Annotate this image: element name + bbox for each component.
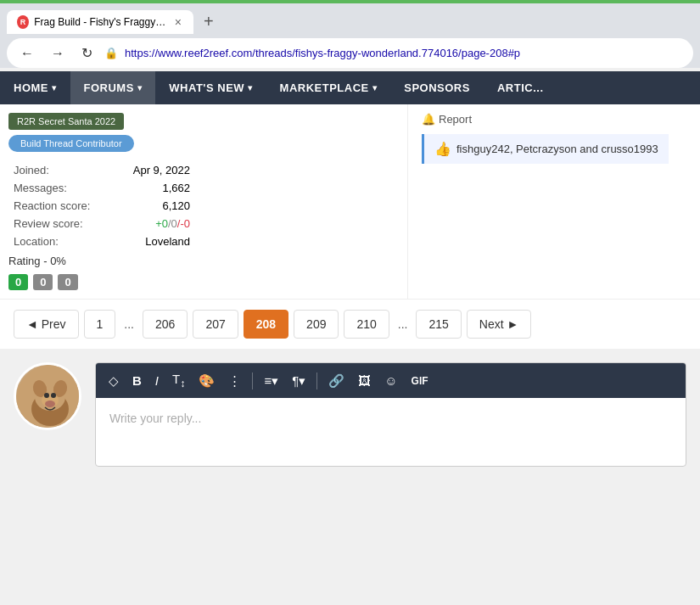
tab-close-button[interactable]: × xyxy=(173,15,183,29)
nav-whats-new[interactable]: WHAT'S NEW ▾ xyxy=(155,71,266,104)
nav-sponsors[interactable]: SPONSORS xyxy=(390,71,484,104)
nav-articles[interactable]: ARTIC... xyxy=(484,71,557,104)
lock-icon: 🔒 xyxy=(104,47,118,59)
review-value: +0/0/-0 xyxy=(115,216,193,232)
toolbar-separator-2 xyxy=(316,373,317,389)
likes-text: fishguy242, Petcrazyson and crusso1993 xyxy=(456,143,658,155)
svg-point-6 xyxy=(44,393,49,398)
joined-label: Joined: xyxy=(10,162,113,178)
post-content-area: 🔔 Report 👍 fishguy242, Petcrazyson and c… xyxy=(407,104,682,299)
tab-favicon: R xyxy=(17,15,29,29)
eraser-button[interactable]: ◇ xyxy=(103,370,125,392)
page-209[interactable]: 209 xyxy=(294,310,339,339)
nav-home[interactable]: HOME ▾ xyxy=(0,71,70,104)
dots-2: ... xyxy=(395,311,412,338)
active-tab[interactable]: R Frag Build - Fishy's Fraggy Wond × xyxy=(7,10,193,34)
messages-value: 1,662 xyxy=(115,180,193,196)
reaction-value: 6,120 xyxy=(115,198,193,214)
review-negative: /-0 xyxy=(177,217,190,230)
like-icon: 👍 xyxy=(434,141,451,157)
user-avatar xyxy=(14,362,81,430)
review-positive: +0 xyxy=(155,217,168,230)
paragraph-button[interactable]: ¶▾ xyxy=(286,370,311,392)
pagination-bar: ◄ Prev 1 ... 206 207 208 209 210 ... 215… xyxy=(0,299,700,349)
text-size-button[interactable]: T↕ xyxy=(166,368,191,393)
review-neutral: /0 xyxy=(168,217,177,230)
report-link[interactable]: 🔔 Report xyxy=(422,113,669,126)
gif-button[interactable]: GIF xyxy=(406,372,434,390)
avatar-svg xyxy=(16,365,81,430)
emoji-button[interactable]: ☺ xyxy=(378,370,403,391)
italic-button[interactable]: I xyxy=(149,370,165,391)
location-label: Location: xyxy=(10,233,113,249)
image-button[interactable]: 🖼 xyxy=(352,370,377,391)
prev-button[interactable]: ◄ Prev xyxy=(14,310,79,339)
more-button[interactable]: ⋮ xyxy=(222,370,247,392)
nav-forums[interactable]: FORUMS ▾ xyxy=(70,71,156,104)
bold-button[interactable]: B xyxy=(126,370,148,391)
location-value: Loveland xyxy=(115,233,193,249)
messages-row: Messages: 1,662 xyxy=(10,180,193,196)
joined-value: Apr 9, 2022 xyxy=(115,162,193,178)
report-label: Report xyxy=(439,113,472,126)
contributor-badge[interactable]: Build Thread Contributor xyxy=(8,135,134,152)
page-208-active[interactable]: 208 xyxy=(244,310,288,339)
review-label: Review score: xyxy=(10,216,113,232)
messages-label: Messages: xyxy=(10,180,113,196)
likes-bar: 👍 fishguy242, Petcrazyson and crusso1993 xyxy=(422,134,669,164)
palette-button[interactable]: 🎨 xyxy=(193,370,221,392)
user-badge-row: 0 0 0 xyxy=(8,274,195,290)
site-navigation: HOME ▾ FORUMS ▾ WHAT'S NEW ▾ MARKETPLACE… xyxy=(0,71,700,104)
next-button[interactable]: Next ► xyxy=(467,310,532,339)
page-206[interactable]: 206 xyxy=(143,310,188,339)
main-content: R2R Secret Santa 2022 Build Thread Contr… xyxy=(0,104,700,480)
reaction-label: Reaction score: xyxy=(10,198,113,214)
santa-badge: R2R Secret Santa 2022 xyxy=(8,113,124,130)
dots-1: ... xyxy=(120,311,137,338)
reaction-row: Reaction score: 6,120 xyxy=(10,198,193,214)
editor-placeholder: Write your reply... xyxy=(109,412,201,425)
badge-green: 0 xyxy=(8,274,28,290)
whats-new-dropdown-icon: ▾ xyxy=(248,83,253,92)
page-215[interactable]: 215 xyxy=(416,310,461,339)
editor-toolbar: ◇ B I T↕ 🎨 ⋮ ≡▾ ¶▾ 🔗 🖼 ☺ GIF xyxy=(96,363,686,398)
badge-gray-1: 0 xyxy=(33,274,53,290)
user-rating: Rating - 0% xyxy=(8,255,195,267)
home-dropdown-icon: ▾ xyxy=(52,83,57,92)
page-210[interactable]: 210 xyxy=(344,310,389,339)
forward-button[interactable]: → xyxy=(46,44,70,63)
bell-icon: 🔔 xyxy=(422,113,435,126)
editor-body[interactable]: Write your reply... xyxy=(96,398,686,466)
browser-chrome: R Frag Build - Fishy's Fraggy Wond × + ←… xyxy=(0,3,700,68)
tab-bar: R Frag Build - Fishy's Fraggy Wond × + xyxy=(0,3,700,35)
tab-title: Frag Build - Fishy's Fraggy Wond xyxy=(34,16,168,28)
marketplace-dropdown-icon: ▾ xyxy=(372,83,378,92)
address-bar[interactable]: ← → ↻ 🔒 https://www.reef2reef.com/thread… xyxy=(7,38,693,68)
reload-button[interactable]: ↻ xyxy=(76,43,98,63)
location-row: Location: Loveland xyxy=(10,233,193,249)
back-button[interactable]: ← xyxy=(15,44,39,63)
user-info-table: Joined: Apr 9, 2022 Messages: 1,662 Reac… xyxy=(8,160,195,251)
review-row: Review score: +0/0/-0 xyxy=(10,216,193,232)
reply-editor[interactable]: ◇ B I T↕ 🎨 ⋮ ≡▾ ¶▾ 🔗 🖼 ☺ GIF Write your … xyxy=(95,362,686,467)
new-tab-button[interactable]: + xyxy=(197,8,221,35)
nav-marketplace[interactable]: MARKETPLACE ▾ xyxy=(266,71,391,104)
page-1[interactable]: 1 xyxy=(84,310,116,339)
reply-section: ◇ B I T↕ 🎨 ⋮ ≡▾ ¶▾ 🔗 🖼 ☺ GIF Write your … xyxy=(0,349,700,480)
user-sidebar: R2R Secret Santa 2022 Build Thread Contr… xyxy=(0,104,204,299)
svg-point-8 xyxy=(45,401,55,407)
toolbar-separator-1 xyxy=(252,373,253,389)
joined-row: Joined: Apr 9, 2022 xyxy=(10,162,193,178)
url-display[interactable]: https://www.reef2reef.com/threads/fishys… xyxy=(125,47,685,59)
page-207[interactable]: 207 xyxy=(193,310,238,339)
badge-gray-2: 0 xyxy=(58,274,77,290)
link-button[interactable]: 🔗 xyxy=(322,370,350,392)
forums-dropdown-icon: ▾ xyxy=(137,83,143,92)
svg-point-7 xyxy=(51,393,56,398)
align-button[interactable]: ≡▾ xyxy=(258,370,284,392)
